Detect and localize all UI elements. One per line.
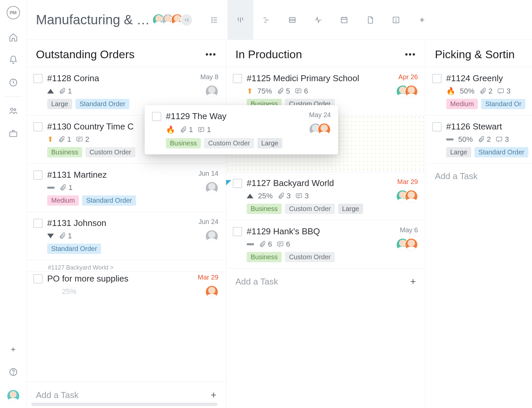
svg-point-6 [212,17,212,18]
top-bar: Manufacturing & … +1 + [27,0,532,40]
priority-arrow-icon: ⬆ [247,87,253,96]
priority-fire-icon: 🔥 [166,125,175,134]
task-card[interactable]: #1131 Johnson 1 Standard Order [27,212,226,260]
home-icon[interactable] [9,33,18,42]
task-title: #1124 Greenly [446,73,531,84]
app-logo[interactable]: PM [7,6,20,19]
task-checkbox[interactable] [432,122,442,131]
task-checkbox[interactable] [33,170,43,180]
tag: Standard Or [481,99,525,109]
assignee-avatar[interactable] [318,123,331,136]
plus-icon: + [210,389,216,401]
assignee-avatar[interactable] [205,85,218,98]
view-tabs: + [201,0,435,40]
team-icon[interactable] [9,106,18,115]
tab-add[interactable]: + [409,0,435,40]
tab-risk[interactable] [383,0,409,40]
task-card[interactable]: PO for more supplies 25% Mar 29 [27,271,226,305]
task-checkbox[interactable] [33,274,43,284]
bell-icon[interactable] [9,55,18,65]
member-avatars[interactable]: +1 [156,14,193,26]
column-menu-icon[interactable]: ••• [205,49,216,60]
divider [5,97,22,97]
subtask-breadcrumb[interactable]: #1127 Backyard World > [27,260,226,271]
comments-count: 6 [277,240,290,249]
svg-rect-18 [496,137,502,141]
attachments-count: 3 [277,192,291,200]
svg-rect-16 [278,242,283,246]
task-progress: 25% [47,287,193,296]
task-date: Jun 24 [199,218,218,226]
avatar-more[interactable]: +1 [180,14,193,26]
task-date: Mar 29 [198,274,218,281]
tab-list[interactable] [201,0,227,40]
task-checkbox[interactable] [432,74,442,83]
task-date: Jun 14 [199,170,218,177]
task-progress: 75% [257,87,272,96]
tab-calendar[interactable] [331,0,357,40]
task-progress: 50% [458,135,473,144]
tag: Large [47,99,72,109]
task-checkbox[interactable] [233,74,242,83]
tag: Business [47,147,82,157]
svg-rect-17 [498,89,504,93]
svg-rect-9 [290,17,295,22]
priority-dash-icon [247,243,254,245]
briefcase-icon[interactable] [9,129,18,138]
priority-down-icon [47,234,54,238]
column-menu-icon[interactable]: ••• [405,49,416,60]
priority-dash-icon [446,138,454,140]
tab-gantt[interactable] [253,0,279,40]
tag: Business [247,204,282,214]
task-card[interactable]: #1129 Hank's BBQ 6 6 Business Custom Ord… [226,220,425,268]
add-nav-icon[interactable]: + [11,345,15,354]
tab-board[interactable] [227,0,253,40]
tab-pulse[interactable] [305,0,331,40]
tag: Standard Order [474,147,528,157]
assignee-avatar[interactable] [205,230,218,243]
tag: Business [166,138,201,148]
task-checkbox[interactable] [233,227,242,236]
tab-file[interactable] [357,0,383,40]
task-card[interactable]: #1126 Stewart 50% 2 3 Large Standard Ord [426,115,532,163]
assignee-avatar[interactable] [205,181,218,195]
comments-count: 2 [76,135,89,144]
task-card[interactable]: #1124 Greenly 🔥 50% 2 3 Medium Standard [426,67,532,115]
task-checkbox[interactable] [33,74,43,83]
task-checkbox[interactable] [152,112,161,121]
add-task-button[interactable]: Add a Task+ [226,268,425,295]
task-card[interactable]: #1131 Martinez 1 Medium Standard Order [27,163,226,212]
plus-icon: + [410,276,416,287]
task-checkbox[interactable] [33,219,43,228]
task-title: PO for more supplies [47,274,193,284]
assignee-avatar[interactable] [405,85,418,98]
assignee-avatar[interactable] [205,285,218,299]
task-title: #1131 Johnson [47,218,194,228]
tag: Medium [47,195,79,206]
comments-count: 6 [295,87,308,96]
attachments-count: 5 [277,87,290,96]
horizontal-scrollbar[interactable] [31,403,217,406]
assignee-avatar[interactable] [405,238,418,251]
task-card[interactable]: #1127 Backyard World 25% 3 3 Business Cu [226,172,425,220]
column-in-production: In Production ••• #1125 Medici Primary S… [226,40,426,408]
project-title[interactable]: Manufacturing & … [36,12,150,27]
task-title: #1125 Medici Primary School [247,73,394,84]
tab-table[interactable] [279,0,305,40]
task-progress: 25% [258,192,273,200]
task-title: #1131 Martinez [47,170,194,180]
column-title: Picking & Sortin [435,48,515,61]
clock-icon[interactable] [9,78,18,87]
user-avatar[interactable] [7,390,19,402]
add-task-button[interactable]: Add a Task [426,163,532,189]
attachments-count: 1 [58,135,71,144]
assignee-avatar[interactable] [405,190,418,203]
attachments-count: 1 [59,183,72,192]
task-checkbox[interactable] [33,122,43,131]
dragged-task-card[interactable]: #1129 The Way 🔥 1 1 Business Custom Orde… [145,105,338,154]
attachments-count: 2 [477,135,491,144]
priority-dash-icon [47,187,55,189]
help-icon[interactable] [9,367,18,377]
side-nav: PM + [0,0,27,408]
task-checkbox[interactable] [233,179,242,188]
